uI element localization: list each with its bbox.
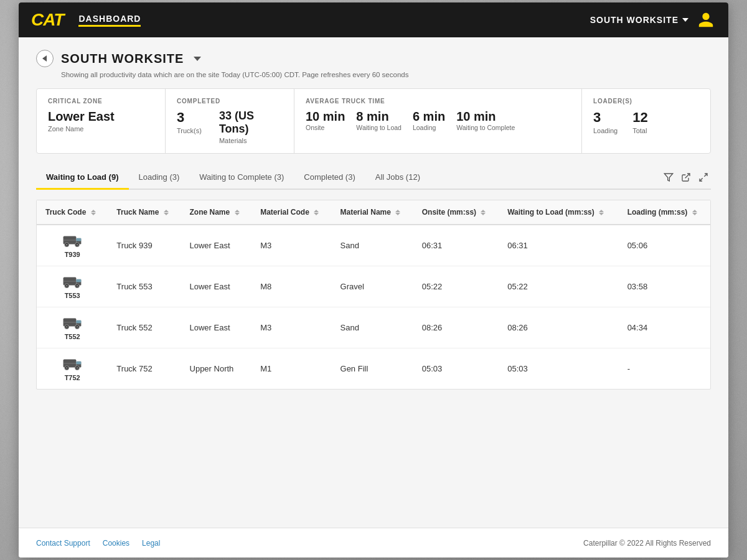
material-name-cell: Sand [332, 225, 413, 266]
export-icon[interactable] [681, 172, 691, 182]
avg-waiting-complete-sub: Waiting to Complete [456, 124, 515, 131]
loading-cell: 03:58 [619, 266, 710, 307]
tab-waiting-to-complete[interactable]: Waiting to Complete (3) [189, 166, 294, 190]
col-zone-name-label: Zone Name [190, 208, 230, 217]
completed-materials: 33 (US Tons) Materials [219, 110, 283, 144]
tab-all-jobs[interactable]: All Jobs (12) [365, 166, 430, 190]
avg-waiting-load-value: 8 min [356, 110, 402, 124]
col-loading[interactable]: Loading (mm:ss) [619, 200, 710, 225]
zone-name-value: Lower East [48, 110, 154, 124]
cat-logo: CAT [31, 10, 63, 30]
main-content: SOUTH WORKSITE Showing all productivity … [19, 37, 728, 528]
avg-waiting-load: 8 min Waiting to Load [356, 110, 402, 131]
user-icon[interactable] [696, 10, 716, 30]
material-code-cell: M3 [251, 225, 331, 266]
svg-point-25 [77, 326, 78, 327]
completed-trucks: 3 Truck(s) [177, 110, 202, 134]
col-material-name-label: Material Name [341, 208, 391, 217]
onsite-cell: 05:03 [413, 348, 499, 390]
truck-code-label: T552 [65, 333, 80, 340]
tab-actions [664, 172, 711, 182]
onsite-cell: 08:26 [413, 307, 499, 348]
truck-cell: T752 [45, 356, 99, 381]
svg-rect-10 [77, 238, 82, 241]
col-truck-name[interactable]: Truck Name [108, 200, 181, 225]
svg-line-2 [704, 174, 707, 177]
tab-waiting-to-load[interactable]: Waiting to Load (9) [36, 166, 129, 190]
sort-up-icon [599, 210, 604, 212]
svg-rect-26 [77, 320, 82, 324]
footer-legal[interactable]: Legal [142, 539, 160, 548]
avg-values-row: 10 min Onsite 8 min Waiting to Load 6 mi… [306, 110, 570, 131]
col-waiting-load[interactable]: Waiting to Load (mm:ss) [499, 200, 618, 225]
truck-cell: T552 [45, 315, 99, 340]
truck-code-label: T939 [65, 251, 80, 258]
waiting-load-cell: 05:03 [499, 348, 618, 390]
completed-trucks-sub: Truck(s) [177, 127, 202, 134]
onsite-cell: 05:22 [413, 266, 499, 307]
chevron-down-icon [682, 18, 688, 22]
col-zone-name[interactable]: Zone Name [181, 200, 252, 225]
sort-up-icon [692, 210, 697, 212]
loaders-loading-value: 3 [593, 110, 618, 126]
completed-materials-sub: Materials [219, 137, 283, 144]
truck-icon [62, 356, 82, 373]
avg-waiting-load-sub: Waiting to Load [356, 124, 402, 131]
onsite-cell: 06:31 [413, 225, 499, 266]
tab-loading[interactable]: Loading (3) [129, 166, 190, 190]
header-right: SOUTH WORKSITE [590, 10, 716, 30]
sort-down-icon [692, 213, 697, 215]
completed-materials-value: 33 (US Tons) [219, 110, 283, 136]
stats-row: CRITICAL ZONE Lower East Zone Name COMPL… [36, 88, 711, 154]
svg-line-3 [700, 178, 703, 181]
page-title-chevron-icon[interactable] [194, 57, 201, 61]
svg-point-31 [66, 367, 67, 368]
sort-down-icon [164, 213, 169, 215]
truck-cell: T553 [45, 274, 99, 299]
loading-cell: 05:06 [619, 225, 710, 266]
svg-point-9 [77, 244, 78, 245]
col-truck-code[interactable]: Truck Code [37, 200, 108, 225]
footer-cookies[interactable]: Cookies [103, 539, 129, 548]
table-row: T553 Truck 553 Lower East M8 Gravel 05:2… [37, 266, 710, 307]
truck-cell: T939 [45, 233, 99, 258]
waiting-load-cell: 08:26 [499, 307, 618, 348]
col-material-code[interactable]: Material Code [251, 200, 331, 225]
stat-completed: COMPLETED 3 Truck(s) 33 (US Tons) Materi… [166, 89, 294, 153]
footer-contact-support[interactable]: Contact Support [36, 539, 90, 548]
svg-point-15 [66, 285, 67, 286]
truck-name-cell: Truck 553 [108, 266, 181, 307]
completed-label: COMPLETED [177, 98, 283, 105]
back-button[interactable] [36, 50, 54, 67]
table-row: T752 Truck 752 Upper North M1 Gen Fill 0… [37, 348, 710, 390]
footer-copyright: Caterpillar © 2022 All Rights Reserved [583, 539, 711, 548]
expand-icon[interactable] [698, 172, 708, 182]
stat-critical-zone: CRITICAL ZONE Lower East Zone Name [37, 89, 166, 153]
svg-rect-18 [77, 279, 82, 282]
col-material-code-label: Material Code [260, 208, 309, 217]
sort-arrows-waiting-load [599, 210, 604, 215]
col-material-name[interactable]: Material Name [332, 200, 413, 225]
sort-down-icon [91, 213, 96, 215]
svg-point-23 [66, 326, 67, 327]
truck-icon [62, 315, 82, 332]
tab-completed[interactable]: Completed (3) [294, 166, 365, 190]
truck-icon [62, 233, 82, 250]
filter-icon[interactable] [664, 172, 674, 182]
col-onsite[interactable]: Onsite (mm:ss) [413, 200, 499, 225]
truck-name-cell: Truck 552 [108, 307, 181, 348]
svg-rect-34 [77, 362, 82, 365]
avg-loading-value: 6 min [413, 110, 445, 124]
avg-loading-sub: Loading [413, 124, 445, 131]
header: CAT DASHBOARD SOUTH WORKSITE [19, 2, 728, 37]
loaders-loading-sub: Loading [593, 127, 618, 134]
nav-dashboard[interactable]: DASHBOARD [78, 14, 141, 27]
sort-up-icon [314, 210, 319, 212]
sort-up-icon [235, 210, 240, 212]
loaders-total-sub: Total [632, 127, 647, 134]
truck-icon [62, 274, 82, 291]
sort-down-icon [314, 213, 319, 215]
waiting-load-cell: 06:31 [499, 225, 618, 266]
worksite-selector[interactable]: SOUTH WORKSITE [590, 15, 688, 25]
table-header-row: Truck Code Truck Name [37, 200, 710, 225]
